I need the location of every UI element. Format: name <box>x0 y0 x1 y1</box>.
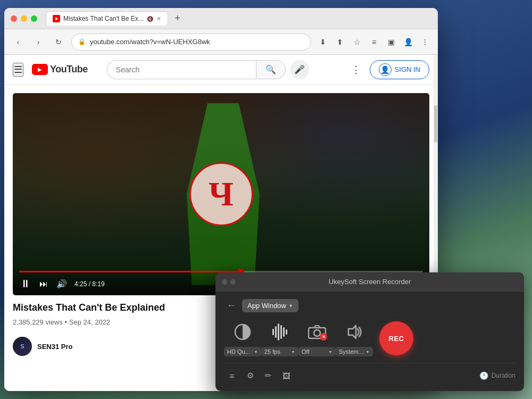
maximize-window-button[interactable] <box>31 15 37 22</box>
recorder-title-text: UkeySoft Screen Recorder <box>329 278 411 286</box>
more-icon[interactable]: ⋮ <box>419 36 431 48</box>
video-dot-separator: • <box>65 318 69 326</box>
recorder-control-fps: 25 fps ▾ <box>261 320 298 356</box>
profile-icon[interactable]: 👤 <box>402 36 414 48</box>
new-tab-button[interactable]: + <box>170 11 185 26</box>
scrollbar-thumb <box>434 105 437 143</box>
sign-in-user-icon: 👤 <box>379 63 392 76</box>
list-icon[interactable]: ≡ <box>368 36 380 48</box>
youtube-options-button[interactable]: ⋮ <box>346 60 365 79</box>
url-text: youtube.com/watch?v=wN-UEHXG8wk <box>90 38 304 46</box>
download-icon[interactable]: ⬇ <box>317 36 329 48</box>
youtube-search-bar: 🔍 🎤 <box>107 60 309 79</box>
video-date: Sep 24, 2022 <box>69 318 110 326</box>
audio-label: System... <box>339 348 363 355</box>
rec-button-label: REC <box>389 335 404 343</box>
address-bar: ‹ › ↻ 🔒 youtube.com/watch?v=wN-UEHXG8wk … <box>4 29 438 55</box>
sign-in-label: SIGN IN <box>395 65 420 73</box>
traffic-lights <box>11 15 37 22</box>
recorder-close-dot[interactable] <box>222 279 227 285</box>
display-quality-dropdown[interactable]: HD Qu... ▾ <box>224 347 261 356</box>
duration-label: Duration <box>492 372 516 379</box>
share-icon[interactable]: ⬆ <box>334 36 346 48</box>
tab-bar: Mistakes That Can't Be Ex... 🔇 ✕ + <box>46 11 431 26</box>
youtube-sign-in-button[interactable]: 👤 SIGN IN <box>370 60 429 79</box>
channel-name[interactable]: SEN31 Pro <box>37 343 72 351</box>
audio-arrow-icon: ▾ <box>367 350 369 354</box>
layout-icon[interactable]: ▣ <box>385 36 397 48</box>
close-window-button[interactable] <box>11 15 17 22</box>
youtube-mic-button[interactable]: 🎤 <box>290 60 309 79</box>
url-bar[interactable]: 🔒 youtube.com/watch?v=wN-UEHXG8wk <box>71 34 311 51</box>
app-window-chevron-icon: ▾ <box>289 303 292 309</box>
app-window-selector-button[interactable]: App Window ▾ <box>242 299 298 312</box>
video-volume-button[interactable]: 🔊 <box>55 278 68 290</box>
duration-area: 🕐 Duration <box>479 371 516 380</box>
recorder-control-display: HD Qu... ▾ <box>224 320 261 356</box>
recorder-list-button[interactable]: ≡ <box>224 368 240 384</box>
recorder-window-dots <box>222 279 236 285</box>
youtube-search-input[interactable] <box>107 60 256 79</box>
channel-avatar[interactable]: S <box>13 337 32 356</box>
webcam-icon: ✕ <box>303 320 331 344</box>
recorder-body: ← App Window ▾ <box>215 292 524 391</box>
fps-label: 25 fps <box>264 348 280 355</box>
youtube-search-button[interactable]: 🔍 <box>256 60 286 79</box>
refresh-button[interactable]: ↻ <box>51 35 66 49</box>
tab-favicon-icon <box>53 15 60 22</box>
minimize-window-button[interactable] <box>21 15 27 22</box>
tab-muted-icon: 🔇 <box>147 16 153 22</box>
browser-toolbar-icons: ⬇ ⬆ ☆ ≡ ▣ 👤 ⋮ <box>317 36 431 48</box>
browser-title-bar: Mistakes That Can't Be Ex... 🔇 ✕ + <box>4 8 438 29</box>
video-views: 2,385,229 views <box>13 318 63 326</box>
audio-speaker-icon <box>340 320 368 344</box>
back-button[interactable]: ‹ <box>11 35 26 49</box>
webcam-label: Off <box>302 348 309 355</box>
video-pause-button[interactable]: ⏸ <box>19 277 32 291</box>
watermark-char: Ч <box>209 174 234 214</box>
recorder-controls-area: HD Qu... ▾ <box>224 320 516 356</box>
recorder-min-dot[interactable] <box>230 279 236 285</box>
browser-tab[interactable]: Mistakes That Can't Be Ex... 🔇 ✕ <box>46 11 168 26</box>
tab-title: Mistakes That Can't Be Ex... <box>63 15 144 22</box>
recorder-control-audio: System... ▾ <box>336 320 373 356</box>
tab-close-button[interactable]: ✕ <box>156 15 161 22</box>
ukey-watermark: Ч <box>189 162 253 226</box>
video-player[interactable]: Ч ⏸ ⏭ 🔊 4:25 / 8:19 <box>13 93 429 295</box>
recorder-image-button[interactable]: 🖼 <box>278 368 294 384</box>
rec-button[interactable]: REC <box>379 321 413 355</box>
video-skip-button[interactable]: ⏭ <box>38 278 49 290</box>
channel-avatar-inner: S <box>13 337 32 356</box>
youtube-logo[interactable]: YouTube <box>32 64 88 75</box>
display-quality-icon <box>229 320 256 344</box>
duration-clock-icon: 🕐 <box>479 371 488 380</box>
webcam-off-indicator: ✕ <box>320 333 327 340</box>
channel-avatar-text: S <box>20 343 24 350</box>
app-window-label: App Window <box>247 302 286 310</box>
display-quality-arrow-icon: ▾ <box>255 350 257 354</box>
fps-waveform-icon <box>266 320 294 344</box>
audio-dropdown[interactable]: System... ▾ <box>336 347 373 356</box>
recorder-settings-button[interactable]: ⚙ <box>242 368 258 384</box>
rec-section: REC <box>373 321 415 355</box>
recorder-control-webcam: ✕ Off ▾ <box>298 320 336 356</box>
hamburger-menu-button[interactable]: ☰ <box>13 63 23 77</box>
bookmark-icon[interactable]: ☆ <box>351 36 363 48</box>
recorder-title-bar: UkeySoft Screen Recorder <box>215 272 524 292</box>
fps-dropdown[interactable]: 25 fps ▾ <box>261 347 298 356</box>
youtube-logo-text: YouTube <box>50 64 88 75</box>
webcam-dropdown[interactable]: Off ▾ <box>298 347 336 356</box>
video-time-display: 4:25 / 8:19 <box>74 280 105 288</box>
recorder-pen-button[interactable]: ✏ <box>260 368 276 384</box>
forward-button[interactable]: › <box>31 35 46 49</box>
recorder-controls-row: HD Qu... ▾ <box>224 320 373 356</box>
webcam-arrow-icon: ▾ <box>329 350 331 354</box>
video-progress-fill <box>19 271 241 272</box>
source-selector-row: ← App Window ▾ <box>224 298 516 313</box>
svg-point-2 <box>314 330 320 336</box>
recorder-toolbar: ≡ ⚙ ✏ 🖼 🕐 Duration <box>224 363 516 384</box>
secure-lock-icon: 🔒 <box>78 38 86 45</box>
recorder-back-button[interactable]: ← <box>224 298 239 313</box>
screen-recorder-window: UkeySoft Screen Recorder ← App Window ▾ <box>215 272 524 391</box>
youtube-logo-icon <box>32 64 48 75</box>
